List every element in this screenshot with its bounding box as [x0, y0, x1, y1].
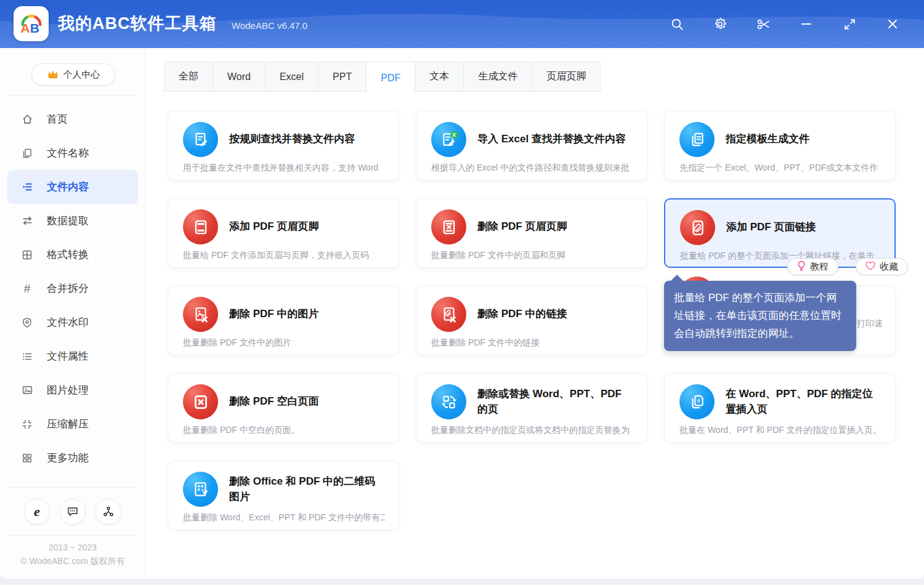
minimize-button[interactable] — [785, 0, 828, 48]
card-title: 添加 PDF 页面链接 — [726, 220, 816, 235]
card-desc: 批量删除文档中的指定页或将文档中的指定页替换为 — [431, 425, 633, 436]
card-title: 删除 Office 和 PDF 中的二维码图片 — [229, 474, 385, 504]
sidebar-item-watermark[interactable]: 文件水印 — [7, 305, 138, 339]
merge-split-icon: # — [21, 283, 33, 295]
copyright-owner: © WodeABC.com 版权所有 — [0, 554, 145, 568]
watermark-shield-icon — [21, 317, 33, 329]
card-excel-find-replace[interactable]: X 导入 Excel 查找并替换文件内容 根据导入的 Excel 中的文件路径和… — [416, 111, 647, 180]
sidebar-item-label: 合并拆分 — [47, 281, 89, 296]
delete-blank-page-icon — [183, 384, 218, 419]
replace-pages-icon — [431, 384, 466, 419]
divider — [6, 95, 139, 96]
sidebar-item-label: 文件水印 — [47, 315, 89, 329]
doc-edit-icon — [183, 122, 218, 157]
sidebar-item-label: 图片处理 — [47, 383, 89, 397]
delete-image-icon — [183, 297, 218, 332]
card-delete-pdf-images[interactable]: 删除 PDF 中的图片 批量删除 PDF 文件中的图片 — [168, 286, 399, 355]
card-desc: 批量删除 PDF 中空白的页面。 — [183, 425, 385, 436]
crown-icon — [47, 69, 59, 81]
tab-header-footer[interactable]: 页眉页脚 — [532, 62, 601, 92]
card-desc: 批量删除 Word、Excel、PPT 和 PDF 文件中的带有二 — [183, 512, 385, 523]
tab-word[interactable]: Word — [213, 62, 265, 92]
sidebar-item-file-content[interactable]: 文件内容 — [7, 170, 138, 204]
category-tabs: 全部 Word Excel PPT PDF 文本 生成文件 页眉页脚 — [164, 62, 600, 94]
delete-header-footer-icon — [431, 209, 466, 244]
sidebar-item-file-properties[interactable]: 文件属性 — [7, 339, 138, 373]
close-button[interactable] — [871, 0, 914, 48]
sidebar-item-label: 数据提取 — [47, 214, 89, 228]
sidebar-item-label: 更多功能 — [47, 451, 89, 465]
home-icon — [21, 113, 33, 126]
card-title: 在 Word、PPT、PDF 的指定位置插入页 — [726, 387, 881, 417]
card-desc: 批量删除 PDF 文件中的链接 — [431, 337, 633, 349]
card-title: 删除 PDF 中的链接 — [477, 307, 567, 322]
card-title: 删除或替换 Word、PPT、PDF 的页 — [477, 387, 633, 417]
copyright: 2013 ~ 2023 © WodeABC.com 版权所有 — [0, 541, 145, 568]
covered-desc-fragment: 打印速 — [857, 318, 883, 329]
card-template-generate[interactable]: 指定模板生成文件 先指定一个 Excel、Word、PPT、PDF或文本文件作 — [664, 111, 896, 180]
sidebar-item-label: 文件名称 — [47, 146, 89, 160]
svg-text:X: X — [452, 132, 455, 138]
settings-button[interactable] — [699, 0, 742, 48]
personal-center-label: 个人中心 — [63, 69, 100, 81]
tab-text[interactable]: 文本 — [415, 62, 464, 92]
sidebar-item-compress[interactable]: 压缩解压 — [7, 407, 138, 441]
card-delete-qr-images[interactable]: 删除 Office 和 PDF 中的二维码图片 批量删除 Word、Excel、… — [168, 461, 399, 530]
share-network-button[interactable] — [95, 499, 121, 525]
card-find-replace-content[interactable]: 按规则查找并替换文件内容 用于批量在文件中查找并替换相关内容，支持 Word — [168, 111, 399, 180]
tab-excel[interactable]: Excel — [265, 62, 318, 92]
card-delete-pdf-header-footer[interactable]: 删除 PDF 页眉页脚 批量删除 PDF 文件中的页眉和页脚 — [416, 198, 647, 268]
template-docs-icon — [679, 122, 715, 157]
tab-generate-file[interactable]: 生成文件 — [463, 62, 532, 92]
card-add-pdf-page-link[interactable]: 添加 PDF 页面链接 批量给 PDF 的整个页面添加一个网址链接，在单击 教程… — [664, 198, 896, 268]
card-delete-pdf-links[interactable]: 删除 PDF 中的链接 批量删除 PDF 文件中的链接 — [416, 286, 647, 355]
card-delete-blank-pages[interactable]: 删除 PDF 空白页面 批量删除 PDF 中空白的页面。 — [168, 373, 399, 443]
card-desc: 根据导入的 Excel 中的文件路径和查找替换规则来批 — [431, 163, 633, 174]
tab-ppt[interactable]: PPT — [318, 62, 367, 92]
title-bar: A B 我的ABC软件工具箱 WodeABC v6.47.0 — [0, 0, 924, 48]
feedback-chat-button[interactable] — [60, 499, 86, 525]
lightbulb-icon — [797, 260, 806, 273]
compress-icon — [21, 418, 33, 430]
sidebar: 个人中心 首页 文件名称 文件内容 数据提取 格式转换 — [0, 48, 146, 579]
copyright-years: 2013 ~ 2023 — [0, 541, 145, 554]
card-title: 删除 PDF 页眉页脚 — [477, 219, 567, 235]
card-title: 指定模板生成文件 — [726, 132, 809, 147]
app-version: WodeABC v6.47.0 — [232, 20, 307, 31]
sidebar-item-label: 首页 — [47, 112, 68, 126]
sidebar-item-merge-split[interactable]: # 合并拆分 — [7, 272, 138, 305]
maximize-button[interactable] — [828, 0, 871, 48]
card-tooltip: 批量给 PDF 的整个页面添加一个网址链接，在单击该页面的任意位置时会自动跳转到… — [664, 281, 856, 351]
sidebar-item-image-process[interactable]: 图片处理 — [7, 373, 138, 407]
screenshot-scissors-button[interactable] — [742, 0, 785, 48]
card-desc: 用于批量在文件中查找并替换相关内容，支持 Word — [183, 163, 385, 174]
social-links: e — [0, 499, 145, 525]
tutorial-label: 教程 — [810, 261, 829, 273]
sidebar-item-data-extract[interactable]: 数据提取 — [7, 204, 138, 238]
card-desc: 批量在 Word、PPT 和 PDF 文件的指定位置插入页。 — [679, 425, 881, 436]
card-insert-pages[interactable]: # 在 Word、PPT、PDF 的指定位置插入页 批量在 Word、PPT 和… — [664, 373, 896, 443]
card-add-pdf-header-footer[interactable]: 添加 PDF 页眉页脚 批量给 PDF 文件添加页眉与页脚，支持嵌入页码 — [168, 198, 399, 268]
delete-link-icon — [431, 297, 466, 332]
card-title: 导入 Excel 查找并替换文件内容 — [477, 132, 626, 147]
sidebar-item-home[interactable]: 首页 — [7, 102, 138, 136]
sidebar-item-format-convert[interactable]: 格式转换 — [7, 238, 138, 272]
card-desc: 批量删除 PDF 文件中的图片 — [183, 337, 385, 349]
header-footer-icon — [183, 209, 218, 244]
card-desc: 批量给 PDF 文件添加页眉与页脚，支持嵌入页码 — [183, 250, 385, 261]
tab-all[interactable]: 全部 — [164, 62, 213, 92]
favorite-button[interactable]: 收藏 — [856, 258, 908, 275]
card-desc: 先指定一个 Excel、Word、PPT、PDF或文本文件作 — [679, 163, 881, 174]
sidebar-item-file-name[interactable]: 文件名称 — [7, 136, 138, 170]
card-delete-replace-pages[interactable]: 删除或替换 Word、PPT、PDF 的页 批量删除文档中的指定页或将文档中的指… — [416, 373, 647, 443]
browser-link-button[interactable]: e — [24, 499, 50, 525]
sidebar-item-label: 压缩解压 — [47, 417, 89, 431]
tab-pdf[interactable]: PDF — [366, 62, 415, 94]
divider — [6, 487, 139, 488]
sidebar-item-more-features[interactable]: 更多功能 — [7, 441, 138, 475]
heart-icon — [865, 262, 875, 272]
tutorial-button[interactable]: 教程 — [787, 258, 838, 275]
more-features-icon — [21, 452, 33, 464]
personal-center-button[interactable]: 个人中心 — [31, 63, 115, 86]
search-button[interactable] — [655, 0, 699, 48]
